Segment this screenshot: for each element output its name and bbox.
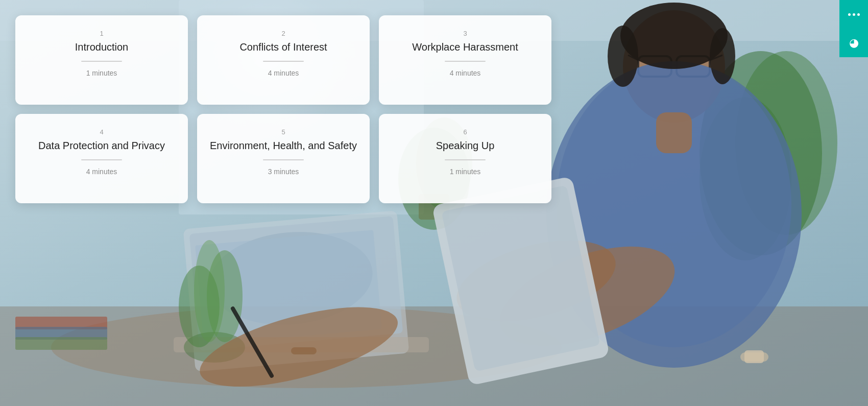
course-card-1[interactable]: 1Introduction1 minutes — [15, 15, 188, 105]
card-number: 4 — [100, 128, 103, 136]
svg-point-41 — [608, 26, 638, 87]
menu-button[interactable] — [839, 0, 868, 29]
card-number: 6 — [463, 128, 467, 136]
card-title: Environment, Health, and Safety — [210, 139, 357, 152]
card-number: 1 — [100, 30, 103, 37]
card-duration: 4 minutes — [268, 69, 299, 77]
card-title: Conflicts of Interest — [239, 40, 327, 54]
svg-rect-39 — [291, 347, 317, 354]
card-duration: 4 minutes — [450, 69, 481, 77]
card-duration: 4 minutes — [86, 168, 117, 176]
notification-icon: ◕ — [849, 36, 859, 50]
card-title: Workplace Harassment — [412, 40, 518, 54]
card-title: Speaking Up — [436, 139, 495, 152]
card-divider — [81, 159, 122, 160]
card-duration: 3 minutes — [268, 168, 299, 176]
card-number: 2 — [281, 30, 285, 37]
notification-button[interactable]: ◕ — [839, 29, 868, 57]
card-title: Data Protection and Privacy — [38, 139, 165, 152]
svg-rect-13 — [15, 337, 107, 350]
dot-2 — [853, 13, 855, 16]
card-number: 3 — [463, 30, 467, 37]
course-card-6[interactable]: 6Speaking Up1 minutes — [379, 114, 551, 203]
card-divider — [445, 159, 486, 160]
card-divider — [445, 61, 486, 62]
course-card-3[interactable]: 3Workplace Harassment4 minutes — [379, 15, 551, 105]
card-divider — [81, 61, 122, 62]
course-card-4[interactable]: 4Data Protection and Privacy4 minutes — [15, 114, 188, 203]
card-divider — [263, 159, 304, 160]
svg-rect-44 — [744, 350, 764, 363]
card-duration: 1 minutes — [450, 168, 481, 176]
dot-1 — [848, 13, 851, 16]
course-card-2[interactable]: 2Conflicts of Interest4 minutes — [197, 15, 370, 105]
svg-rect-32 — [656, 112, 692, 153]
dot-3 — [857, 13, 860, 16]
card-title: Introduction — [75, 40, 129, 54]
card-number: 5 — [281, 128, 285, 136]
menu-dots-icon — [848, 13, 860, 16]
sidebar-panel: ◕ — [839, 0, 868, 57]
course-card-5[interactable]: 5Environment, Health, and Safety3 minute… — [197, 114, 370, 203]
svg-point-42 — [710, 28, 735, 84]
svg-point-17 — [194, 240, 225, 342]
card-divider — [263, 61, 304, 62]
cards-grid: 1Introduction1 minutes2Conflicts of Inte… — [15, 15, 551, 203]
card-duration: 1 minutes — [86, 69, 117, 77]
